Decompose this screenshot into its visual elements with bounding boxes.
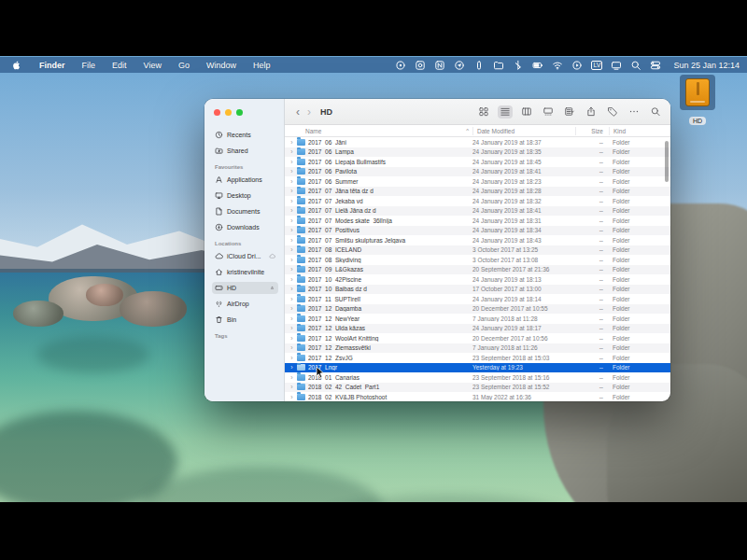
table-row[interactable]: › 2017_06_Jāņi 24 January 2019 at 18:37 … [285, 137, 670, 147]
table-row[interactable]: › 2017_12_WoolArt Knitting 20 December 2… [285, 333, 670, 343]
column-view-button[interactable] [519, 105, 534, 119]
list-view-button[interactable] [498, 105, 513, 119]
disclosure-chevron-icon[interactable]: › [288, 344, 296, 351]
table-row[interactable]: › 2018_01_Canarias 23 September 2018 at … [285, 372, 670, 383]
table-row[interactable]: › 2018_02_42_Cadet_Part1 23 September 20… [285, 383, 670, 393]
spotlight-icon[interactable] [630, 60, 641, 71]
disclosure-chevron-icon[interactable]: › [288, 335, 296, 342]
menu-go[interactable]: Go [170, 61, 198, 70]
disclosure-chevron-icon[interactable]: › [288, 217, 296, 224]
table-row[interactable]: › 2017_10_Baibas dz d 17 October 2017 at… [285, 285, 670, 295]
table-row[interactable]: › 2017_12_Ziemassvētki 7 January 2018 at… [285, 343, 670, 354]
table-row[interactable]: › 2017_Lngr Yesterday at 19:23 -- Folder [285, 363, 670, 373]
table-row[interactable]: › 2017_11_SUPTirelī 24 January 2019 at 1… [285, 294, 670, 304]
sidebar-item-bin[interactable]: Bin [212, 314, 278, 326]
disclosure-chevron-icon[interactable]: › [288, 296, 296, 302]
disclosure-chevron-icon[interactable]: › [288, 246, 296, 253]
disclosure-chevron-icon[interactable]: › [288, 374, 296, 381]
disclosure-chevron-icon[interactable]: › [288, 198, 296, 204]
menu-file[interactable]: File [74, 61, 105, 70]
sidebar-item-kristinevilnite[interactable]: kristinevilnite [212, 266, 278, 278]
sidebar-item-shared[interactable]: Shared [212, 145, 278, 157]
share-button[interactable] [584, 105, 599, 119]
disclosure-chevron-icon[interactable]: › [288, 286, 296, 292]
table-row[interactable]: › 2017_07_Smilšu skulpturas Jelgava 24 J… [285, 235, 670, 245]
disclosure-chevron-icon[interactable]: › [288, 139, 296, 146]
group-by-button[interactable] [562, 105, 577, 119]
close-button[interactable] [214, 109, 220, 116]
table-row[interactable]: › 2017_07_Positivus 24 January 2019 at 1… [285, 226, 670, 236]
forward-button[interactable]: › [303, 106, 315, 118]
disclosure-chevron-icon[interactable]: › [288, 257, 296, 263]
table-row[interactable]: › 2017_07_Jāņa tēta dz d 24 January 2019… [285, 187, 670, 197]
sidebar-item-downloads[interactable]: Downloads [212, 221, 278, 233]
menu-window[interactable]: Window [198, 61, 245, 70]
more-actions-button[interactable] [627, 105, 641, 119]
table-row[interactable]: › 2017_08_ICELAND 3 October 2017 at 13:2… [285, 245, 670, 256]
column-header-name[interactable]: Name ^ [285, 128, 472, 134]
disclosure-chevron-icon[interactable]: › [288, 178, 296, 185]
column-header-size[interactable]: Size [575, 127, 609, 135]
clip-icon[interactable] [473, 60, 485, 71]
table-row[interactable]: › 2017_12_NewYear 7 January 2018 at 11:2… [285, 314, 670, 324]
table-row[interactable]: › 2017_09_L&Gkazas 20 September 2017 at … [285, 265, 670, 275]
disclosure-chevron-icon[interactable]: › [288, 159, 296, 165]
record-circle-icon[interactable] [395, 60, 406, 71]
disclosure-chevron-icon[interactable]: › [288, 168, 296, 175]
disclosure-chevron-icon[interactable]: › [288, 355, 296, 361]
table-row[interactable]: › 2018_02_KV&JB Photoshoot 31 May 2022 a… [285, 392, 670, 401]
table-row[interactable]: › 2017_12_Dagamba 20 December 2017 at 10… [285, 304, 670, 315]
sidebar-item-documents[interactable]: Documents [212, 205, 278, 217]
table-row[interactable]: › 2017_07_Modes skate_36līnija 24 Januar… [285, 216, 670, 226]
table-row[interactable]: › 2017_07_Jekaba vd 24 January 2019 at 1… [285, 196, 670, 206]
bluetooth-icon[interactable] [513, 60, 524, 71]
column-header-date[interactable]: Date Modified [472, 127, 575, 135]
sidebar-item-airdrop[interactable]: AirDrop [212, 298, 278, 310]
disclosure-chevron-icon[interactable]: › [288, 276, 296, 283]
table-row[interactable]: › 2017_12_Ulda kāzas 24 January 2019 at … [285, 324, 670, 334]
folder-sync-icon[interactable] [493, 60, 504, 71]
table-row[interactable]: › 2017_06_Liepaja Bullmastifs 24 January… [285, 157, 670, 167]
menu-finder[interactable]: Finder [31, 61, 74, 70]
table-row[interactable]: › 2017_06_Summer 24 January 2019 at 18:2… [285, 176, 670, 187]
table-row[interactable]: › 2017_08_Skydiving 3 October 2017 at 13… [285, 255, 670, 265]
menu-clock[interactable]: Sun 25 Jan 12:14 [673, 61, 740, 70]
menu-help[interactable]: Help [245, 61, 279, 70]
display-mirroring-icon[interactable] [611, 60, 622, 71]
sidebar-item-icloud-dri-[interactable]: iCloud Dri... [212, 250, 278, 262]
zoom-button[interactable] [236, 109, 243, 116]
disclosure-chevron-icon[interactable]: › [288, 305, 296, 312]
sidebar-item-hd[interactable]: HD [212, 282, 278, 294]
scrollbar-thumb[interactable] [665, 141, 669, 182]
input-source-badge[interactable]: LV [591, 61, 602, 70]
menu-view[interactable]: View [135, 61, 170, 70]
column-header-kind[interactable]: Kind [609, 127, 670, 135]
disclosure-chevron-icon[interactable]: › [288, 227, 296, 233]
disclosure-chevron-icon[interactable]: › [288, 207, 296, 214]
sidebar-item-desktop[interactable]: Desktop [212, 189, 278, 202]
disclosure-chevron-icon[interactable]: › [288, 315, 296, 322]
back-button[interactable]: ‹ [292, 106, 303, 118]
table-row[interactable]: › 2017_12_ZsvJG 23 September 2018 at 15:… [285, 353, 670, 363]
disclosure-chevron-icon[interactable]: › [288, 394, 296, 400]
apple-menu-icon[interactable] [11, 60, 21, 70]
camera-app-icon[interactable] [415, 60, 426, 71]
notes-app-icon[interactable] [434, 60, 445, 71]
tags-button[interactable] [605, 105, 620, 119]
control-center-icon[interactable] [650, 60, 661, 71]
menu-edit[interactable]: Edit [104, 61, 135, 70]
desktop-drive-icon[interactable]: HD [675, 75, 720, 127]
sidebar-item-applications[interactable]: Applications [212, 174, 278, 186]
telegram-icon[interactable] [454, 60, 465, 71]
disclosure-chevron-icon[interactable]: › [288, 364, 296, 371]
disclosure-chevron-icon[interactable]: › [288, 384, 296, 390]
battery-icon[interactable] [532, 60, 543, 71]
disclosure-chevron-icon[interactable]: › [288, 188, 296, 194]
table-row[interactable]: › 2017_06_Lampa 24 January 2019 at 18:35… [285, 147, 670, 158]
disclosure-chevron-icon[interactable]: › [288, 237, 296, 244]
sidebar-item-recents[interactable]: Recents [212, 129, 278, 141]
disclosure-chevron-icon[interactable]: › [288, 266, 296, 273]
disclosure-chevron-icon[interactable]: › [288, 148, 296, 155]
icon-view-button[interactable] [476, 105, 491, 119]
screen-record-icon[interactable] [571, 60, 583, 71]
